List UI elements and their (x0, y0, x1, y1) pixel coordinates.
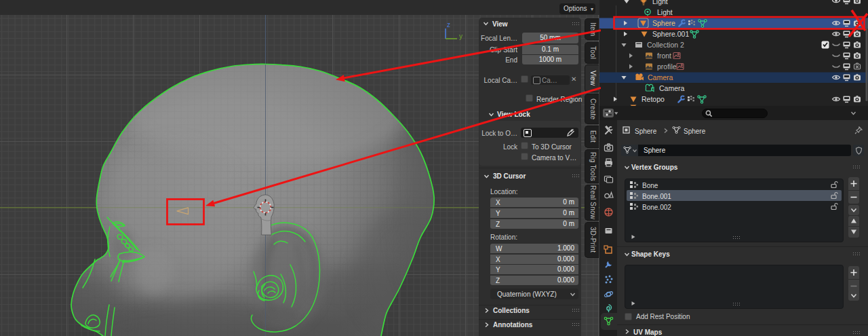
svg-text:Sphere: Sphere (652, 19, 675, 27)
svg-text:Collection 2: Collection 2 (647, 41, 684, 49)
svg-text:Camera: Camera (648, 73, 673, 81)
svg-text:Retopo: Retopo (642, 95, 665, 103)
svg-text:Sphere.001: Sphere.001 (652, 30, 689, 38)
svg-text:Light: Light (657, 8, 673, 16)
svg-text:front: front (657, 52, 671, 60)
svg-text:profile: profile (657, 62, 677, 71)
svg-text:z: z (447, 21, 450, 29)
svg-text:y: y (459, 33, 462, 40)
svg-text:Light: Light (652, 0, 668, 5)
svg-text:Camera: Camera (659, 84, 685, 92)
